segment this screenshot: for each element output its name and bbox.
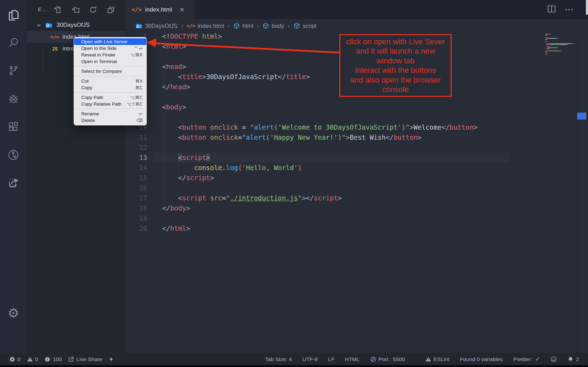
new-file-icon[interactable] [53,5,62,14]
code-text: </head> [162,82,190,92]
menu-item-rename[interactable]: Rename↩ [74,110,146,117]
menu-item-open-with-live-server[interactable]: Open with Live Server [74,38,146,45]
more-actions-icon[interactable]: ⋯ [565,4,574,15]
minimap-line [545,46,577,47]
status-bolt[interactable] [108,356,114,362]
code-line-18: 18</body> [126,203,588,213]
minimap-line [545,51,577,51]
annotation-line: and it will launch a new [340,46,451,56]
explorer-header: E… [27,4,126,15]
minimap-line [545,41,577,42]
minimap-line [545,40,577,41]
extensions-icon[interactable] [0,114,27,139]
menu-item-label: Copy Path [81,95,103,100]
menu-item-label: Rename [81,111,99,116]
minimap-line [545,47,577,48]
line-number: 12 [126,143,147,153]
breadcrumb-html[interactable]: html [233,22,253,29]
menu-item-open-in-terminal[interactable]: Open in Terminal [74,58,146,65]
menu-item-open-to-the-side[interactable]: Open to the Side^ ↩ [74,45,146,52]
menu-item-copy-path[interactable]: Copy Path⌥⌘C [74,94,146,101]
status-0[interactable]: 0 [27,356,38,362]
minimap-line [545,38,577,39]
status-tab-size-4[interactable]: Tab Size: 4 [265,356,292,362]
bell-icon [567,356,574,362]
menu-separator [74,109,146,109]
menu-item-shortcut: ⌥⌘R [130,52,143,58]
explorer-icon[interactable] [0,3,27,28]
folder-icon [44,21,53,29]
annotation-line: interact with the buttons [340,66,451,75]
code-text: <title>30DaysOfJavaScript</title> [162,72,310,82]
status-prettier[interactable]: Prettier:✓ [513,355,540,363]
minimap-line [545,34,577,35]
breadcrumb-30daysofjs[interactable]: 30DaysOfJS [135,22,178,30]
status-found-0-variables[interactable]: Found 0 variables [460,356,503,362]
status-label: Live Share [76,356,102,362]
run-debug-icon[interactable] [0,86,27,111]
status-html[interactable]: HTML [345,356,360,362]
scrollbar-thumb[interactable] [586,0,588,15]
settings-gear-icon[interactable]: ⚙ [0,300,27,326]
share-icon[interactable] [0,170,27,195]
breadcrumb-script[interactable]: script [293,22,316,29]
menu-item-reveal-in-finder[interactable]: Reveal in Finder⌥⌘R [74,52,146,58]
split-editor-icon[interactable] [547,4,556,15]
indent-guide [164,72,164,88]
menu-item-label: Copy [81,85,92,90]
line-number: 18 [126,203,147,213]
indent-guide [179,163,179,173]
annotation-line: click on open with Live Sever [340,37,451,47]
menu-item-shortcut: ⌘C [135,85,143,90]
status-lf[interactable]: LF [328,356,334,362]
status-smiley[interactable] [550,356,557,362]
check-icon: ✓ [535,355,540,363]
status-label: Port : 5500 [378,356,405,362]
refresh-icon[interactable] [89,5,98,14]
status-0[interactable]: 0 [9,356,21,362]
tab-index-html[interactable]: </> index.html × [126,0,194,19]
remote-fork-icon[interactable] [0,142,27,167]
menu-item-cut[interactable]: Cut⌘X [74,78,146,84]
collapse-all-icon[interactable] [106,5,115,14]
code-text: <html> [162,41,186,52]
menu-item-copy-relative-path[interactable]: Copy Relative Path⌥⇧⌘C [74,101,146,107]
search-icon[interactable] [0,30,27,55]
minimap-line [545,44,577,45]
html-file-icon: </> [131,6,142,13]
breadcrumb-label: script [303,23,316,29]
annotation-line: and also open the browser [340,75,451,85]
folder-30DaysOfJS[interactable]: 30DaysOfJS [27,19,126,31]
menu-item-shortcut: ⌘X [135,78,143,84]
breadcrumb-index-html[interactable]: </>index.html [187,23,224,29]
breadcrumb-separator: › [288,22,290,30]
source-control-icon[interactable] [0,58,27,83]
code-line-9: 9 [126,112,588,122]
status-label: Tab Size: 4 [265,356,292,362]
status-2[interactable]: 2 [567,356,579,362]
folder-icon [135,22,143,30]
editor-actions: ⋯ [547,0,574,19]
warning-icon [27,356,33,362]
code-file-icon: </> [50,34,59,40]
status-port-5500[interactable]: Port : 5500 [370,356,405,362]
code-text: <!DOCTYPE html> [162,31,222,41]
minimap[interactable] [545,34,577,55]
menu-item-copy[interactable]: Copy⌘C [74,84,146,91]
menu-item-select-for-compare[interactable]: Select for Compare [74,68,146,75]
code-line-11: 11 <button onclick="alert('Happy New Yea… [126,132,588,143]
menu-item-delete[interactable]: Delete⌫ [74,117,146,124]
minimap-line [545,45,577,46]
code-line-16: 16 [126,183,588,193]
breadcrumb-body[interactable]: body [262,22,284,29]
status-utf-8[interactable]: UTF-8 [302,356,318,362]
menu-item-label: Select for Compare [81,69,122,74]
close-icon[interactable]: × [180,6,184,14]
status-eslint[interactable]: ESLint [425,356,450,362]
minimap-line [545,43,577,44]
new-folder-icon[interactable] [71,5,80,14]
status-100[interactable]: 100 [44,356,62,362]
status-live-share[interactable]: Live Share [68,356,102,362]
minimap-line [545,37,577,38]
line-number: 13 [126,153,147,163]
